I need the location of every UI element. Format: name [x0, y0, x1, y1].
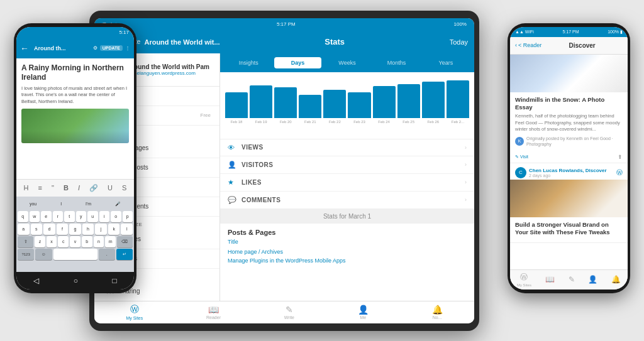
more-icon[interactable]: ⋮ [125, 45, 130, 51]
key-c[interactable]: c [58, 236, 69, 247]
key-b[interactable]: b [82, 236, 92, 247]
bar-feb20-label: Feb 20 [280, 120, 292, 124]
format-link[interactable]: 🔗 [89, 184, 98, 192]
format-italic[interactable]: I [78, 184, 80, 192]
key-a[interactable]: a [18, 224, 30, 235]
key-period[interactable]: . [99, 249, 115, 260]
bottom-tab-write[interactable]: ✎ Write [284, 305, 294, 320]
key-f[interactable]: f [57, 224, 69, 235]
bar-feb19-label: Feb 19 [255, 120, 267, 124]
me-label: Me [360, 315, 366, 320]
suggestion-2[interactable]: I [60, 202, 62, 206]
views-icon: 👁 [228, 144, 236, 151]
ios-tab-write[interactable]: ✎ [569, 275, 575, 284]
key-shift[interactable]: ⇧ [18, 236, 33, 247]
key-l[interactable]: l [121, 224, 133, 235]
bottom-tab-notifications[interactable]: 🔔 No... [432, 305, 443, 320]
android-back[interactable]: ◁ [33, 276, 39, 285]
key-x[interactable]: x [47, 236, 57, 247]
key-u[interactable]: u [87, 211, 98, 222]
key-space[interactable]: ​ [53, 249, 97, 260]
post-title: A Rainy Morning in Northern Ireland [16, 58, 134, 85]
tablet-bottom-bar: Ⓦ My Sites 📖 Reader ✎ Write 👤 Me 🔔 [94, 301, 474, 323]
manage-plugins-link[interactable]: Manage Plugins in the WordPress Mobile A… [228, 257, 467, 264]
key-enter[interactable]: ↵ [116, 249, 133, 260]
my-sites-icon: Ⓦ [130, 304, 139, 315]
bar-feb24-bar [373, 86, 396, 117]
bar-feb25-bar [397, 84, 420, 117]
key-i[interactable]: i [99, 211, 110, 222]
ios-status-left: ▲▲ WiFi [515, 30, 534, 34]
stats-chart-area: Feb 18 Feb 19 Feb 20 [220, 72, 474, 139]
ios-tab-reader[interactable]: 📖 [545, 275, 555, 284]
metric-comments[interactable]: 💬 COMMENTS › [220, 192, 474, 209]
key-k[interactable]: k [108, 224, 120, 235]
post-body: I love taking photos of murals and stree… [16, 85, 134, 109]
ios-tab-notifications[interactable]: 🔔 [611, 275, 621, 284]
suggestion-1[interactable]: you [30, 202, 36, 206]
format-h[interactable]: H [24, 184, 29, 192]
mic-icon[interactable]: 🎤 [115, 202, 121, 207]
bottom-tab-me[interactable]: 👤 Me [358, 305, 369, 320]
format-list[interactable]: ≡ [38, 184, 42, 192]
ios-card-1-title: Windmills in the Snow: A Photo Essay [515, 96, 623, 112]
ios-tab-my-sites[interactable]: Ⓦ My Sites [517, 272, 531, 287]
key-g[interactable]: g [69, 224, 81, 235]
key-e[interactable]: e [41, 211, 52, 222]
bar-feb20: Feb 20 [274, 77, 297, 124]
key-q[interactable]: q [18, 211, 28, 222]
key-d[interactable]: d [43, 224, 55, 235]
metric-visitors[interactable]: 👤 VISITORS › [220, 156, 474, 174]
key-r[interactable]: r [53, 211, 64, 222]
key-emoji[interactable]: ☺ [35, 249, 52, 260]
android-recent[interactable]: □ [113, 276, 117, 285]
bar-feb21: Feb 21 [299, 77, 321, 124]
suggestion-3[interactable]: I'm [86, 202, 91, 206]
ios-tab-me[interactable]: 👤 [588, 275, 597, 284]
android-toolbar: ← Around th... ⚙ UPDATE ⋮ [16, 38, 134, 58]
key-t[interactable]: t [64, 211, 75, 222]
update-button[interactable]: UPDATE [100, 45, 123, 51]
key-m[interactable]: m [105, 236, 116, 247]
ios-card-1-actions: ✎ Visit ⬆ [510, 153, 628, 163]
tab-years[interactable]: Years [423, 57, 469, 68]
ios-me-icon: 👤 [588, 275, 597, 284]
key-s[interactable]: s [31, 224, 43, 235]
today-button[interactable]: Today [450, 38, 468, 46]
key-v[interactable]: v [70, 236, 80, 247]
format-underline[interactable]: U [108, 184, 113, 192]
share-icon[interactable]: ⬆ [618, 154, 623, 160]
format-quote[interactable]: " [52, 184, 54, 192]
tab-months[interactable]: Months [373, 57, 419, 68]
key-o[interactable]: o [111, 211, 121, 222]
key-delete[interactable]: ⌫ [117, 236, 133, 247]
likes-chevron-icon: › [465, 179, 467, 185]
gear-icon[interactable]: ⚙ [93, 45, 97, 51]
tab-days[interactable]: Days [274, 57, 321, 68]
tab-weeks[interactable]: Weeks [324, 57, 370, 68]
bottom-tab-reader[interactable]: 📖 Reader [206, 305, 221, 320]
sidebar-site-url: pamelanguyen.wordpress.com [127, 70, 209, 76]
key-symbols[interactable]: ?123 [18, 249, 34, 260]
key-y[interactable]: y [76, 211, 87, 222]
metric-views[interactable]: 👁 VIEWS › [220, 139, 474, 156]
format-strikethrough[interactable]: S [122, 184, 126, 192]
ios-back-button[interactable]: ‹ < Reader [515, 42, 541, 48]
home-archive-link[interactable]: Home page / Archives [228, 249, 467, 255]
key-z[interactable]: z [35, 236, 45, 247]
key-p[interactable]: p [123, 211, 133, 222]
android-home[interactable]: ○ [74, 276, 78, 285]
key-j[interactable]: j [95, 224, 107, 235]
tab-insights[interactable]: Insights [225, 57, 272, 68]
key-w[interactable]: w [30, 211, 40, 222]
format-bold[interactable]: B [64, 184, 69, 192]
back-arrow-icon[interactable]: ← [20, 43, 29, 53]
key-h[interactable]: h [82, 224, 94, 235]
key-n[interactable]: n [94, 236, 104, 247]
metric-likes[interactable]: ★ LIKES › [220, 174, 474, 192]
bar-feb18-label: Feb 18 [231, 120, 243, 124]
bar-feb26: Feb 26 [422, 77, 445, 124]
bottom-tab-my-sites[interactable]: Ⓦ My Sites [126, 304, 143, 320]
write-label: Write [284, 315, 294, 320]
visit-link[interactable]: ✎ Visit [515, 154, 528, 160]
